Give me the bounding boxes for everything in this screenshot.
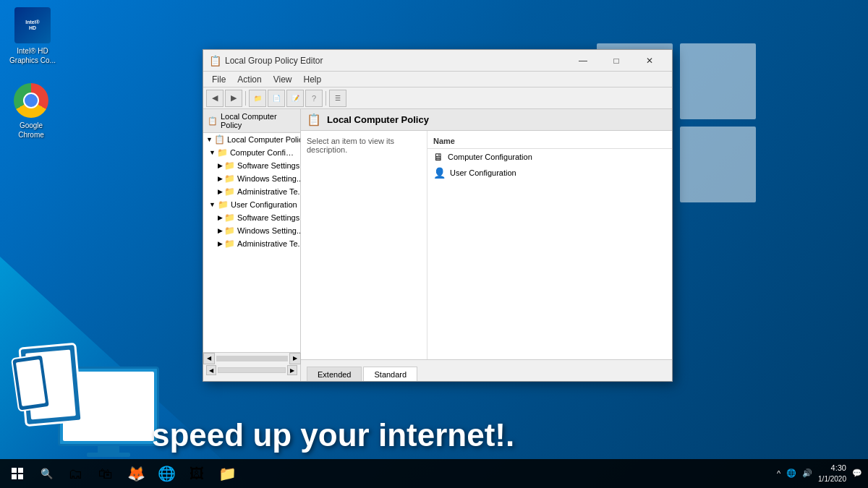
detail-row-icon-comp: 🖥 <box>433 151 443 163</box>
menu-action[interactable]: Action <box>231 73 267 86</box>
toolbar: ◀ ▶ 📁 📄 📝 ? ☰ <box>203 87 672 109</box>
intel-icon-img: Intel®HD <box>14 7 51 43</box>
chrome-label: Google Chrome <box>6 121 56 140</box>
taskbar-icon-folder[interactable]: 📁 <box>213 459 242 488</box>
detail-row-comp-config[interactable]: 🖥 Computer Configuration <box>427 149 672 165</box>
tree-arrow-comp: ▼ <box>209 149 216 156</box>
tree-scroll-right[interactable]: ▶ <box>289 353 301 360</box>
taskbar-search[interactable]: 🔍 <box>35 459 58 488</box>
window-titlebar: 📋 Local Group Policy Editor — □ ✕ <box>203 50 672 72</box>
window-title: Local Group Policy Editor <box>225 56 566 66</box>
menu-file[interactable]: File <box>206 73 231 86</box>
close-button[interactable]: ✕ <box>633 50 666 72</box>
tree-arrow-ws2: ▶ <box>218 227 223 234</box>
tree-arrow-at2: ▶ <box>218 240 223 247</box>
tree-label-at1: Administrative Te... <box>237 187 300 196</box>
toolbar-up[interactable]: 📁 <box>249 90 266 107</box>
tree-label-ws2: Windows Setting... <box>237 226 300 235</box>
window-controls: — □ ✕ <box>566 50 666 72</box>
tree-item-root[interactable]: ▼ 📋 Local Computer Policy <box>203 133 300 146</box>
hscroll-right[interactable]: ▶ <box>287 365 297 375</box>
tree-folder-comp: 📁 <box>217 147 228 158</box>
taskbar-pinned: 🗂 🛍 🦊 🌐 🖼 📁 <box>58 459 242 488</box>
taskbar-icon-chrome[interactable]: 🌐 <box>152 459 181 488</box>
tab-standard[interactable]: Standard <box>363 367 417 381</box>
tree-arrow-ws: ▶ <box>218 175 223 182</box>
tree-item-sw-settings[interactable]: ▶ 📁 Software Settings <box>203 159 300 172</box>
detail-description: Select an item to view its description. <box>301 131 427 359</box>
desktop-icon-intel[interactable]: Intel®HD Intel® HD Graphics Co... <box>7 7 58 65</box>
maximize-button[interactable]: □ <box>600 50 633 72</box>
toolbar-btn4[interactable]: ? <box>305 90 323 107</box>
toolbar-btn3[interactable]: 📝 <box>286 90 304 107</box>
tree-folder-root: 📋 <box>214 134 225 145</box>
tree-item-user-config[interactable]: ▼ 📁 User Configuration <box>203 198 300 211</box>
taskbar-icon-ps[interactable]: 🖼 <box>182 459 211 488</box>
chrome-icon-img <box>14 83 48 118</box>
taskbar: 🔍 🗂 🛍 🦊 🌐 🖼 📁 ^ 🌐 🔊 4:30 1/1/2020 💬 <box>0 459 868 488</box>
gpe-window: 📋 Local Group Policy Editor — □ ✕ File A… <box>203 49 673 382</box>
tree-header-label: Local Computer Policy <box>221 112 296 129</box>
start-icon <box>12 468 23 479</box>
start-button[interactable] <box>0 459 35 488</box>
menu-help[interactable]: Help <box>298 73 328 86</box>
tree-folder-sw2: 📁 <box>224 213 235 223</box>
tray-clock: 4:30 1/1/2020 <box>818 463 846 484</box>
toolbar-back[interactable]: ◀ <box>206 90 224 107</box>
tree-item-comp-config[interactable]: ▼ 📁 Computer Configura... <box>203 146 300 159</box>
hscroll-left[interactable]: ◀ <box>206 365 216 375</box>
toolbar-btn2[interactable]: 📄 <box>268 90 285 107</box>
toolbar-btn5[interactable]: ☰ <box>329 90 346 107</box>
toolbar-forward[interactable]: ▶ <box>225 90 242 107</box>
window-body: 📋 Local Computer Policy ▼ 📋 Local Comput… <box>203 109 672 359</box>
tray-notification[interactable]: 💬 <box>852 468 862 478</box>
tree-header-icon: 📋 <box>208 116 218 126</box>
tree-scroll-track[interactable] <box>216 356 288 360</box>
tree-header: 📋 Local Computer Policy <box>203 109 300 133</box>
taskbar-icon-files[interactable]: 🗂 <box>61 459 90 488</box>
detail-body: Select an item to view its description. … <box>301 131 672 359</box>
tree-item-admin-te1[interactable]: ▶ 📁 Administrative Te... <box>203 185 300 198</box>
desktop: speed up your internet!. Intel®HD Intel®… <box>0 0 868 488</box>
tree-arrow-at1: ▶ <box>218 188 223 195</box>
tree-item-sw-settings2[interactable]: ▶ 📁 Software Settings <box>203 211 300 224</box>
tree-item-win-settings2[interactable]: ▶ 📁 Windows Setting... <box>203 224 300 237</box>
tree-folder-at2: 📁 <box>224 239 235 249</box>
tray-chevron[interactable]: ^ <box>777 469 780 478</box>
tree-label-root: Local Computer Policy <box>227 135 300 144</box>
hscroll-track[interactable] <box>218 367 286 373</box>
tree-label-ws: Windows Setting... <box>237 174 300 183</box>
detail-panel: 📋 Local Computer Policy Select an item t… <box>301 109 672 359</box>
detail-header-icon: 📋 <box>307 113 321 127</box>
tab-extended[interactable]: Extended <box>307 367 362 381</box>
taskbar-icon-firefox[interactable]: 🦊 <box>122 459 150 488</box>
taskbar-icon-store[interactable]: 🛍 <box>91 459 120 488</box>
detail-column-name: Name <box>427 134 672 149</box>
tree-label-comp: Computer Configura... <box>230 148 297 157</box>
tree-arrow-uc: ▼ <box>209 201 216 208</box>
tree-arrow-root: ▼ <box>206 136 213 143</box>
tabs-area: Extended Standard <box>301 367 672 381</box>
detail-list: Name 🖥 Computer Configuration 👤 User Con… <box>427 131 672 359</box>
tree-label-sw2: Software Settings <box>237 213 299 222</box>
desktop-icon-chrome[interactable]: Google Chrome <box>6 83 56 140</box>
menubar: File Action View Help <box>203 72 672 87</box>
tree-item-win-settings[interactable]: ▶ 📁 Windows Setting... <box>203 172 300 185</box>
tree-label-at2: Administrative Te... <box>237 239 300 248</box>
detail-header: 📋 Local Computer Policy <box>301 109 672 131</box>
tray-network: 🌐 <box>786 468 796 478</box>
tree-item-admin-te2[interactable]: ▶ 📁 Administrative Te... <box>203 237 300 250</box>
detail-header-title: Local Computer Policy <box>327 114 429 125</box>
toolbar-sep1 <box>245 91 246 106</box>
tree-folder-ws2: 📁 <box>224 226 235 236</box>
menu-view[interactable]: View <box>268 73 298 86</box>
tree-folder-ws: 📁 <box>224 174 235 184</box>
toolbar-sep2 <box>326 91 326 106</box>
speed-text: speed up your internet!. <box>152 417 861 453</box>
detail-row-label-comp: Computer Configuration <box>448 153 532 161</box>
tree-scroll-left[interactable]: ◀ <box>203 353 215 360</box>
system-tray: ^ 🌐 🔊 4:30 1/1/2020 💬 <box>777 463 868 484</box>
tree-hscroll-inner: ◀ ▶ <box>206 365 297 375</box>
minimize-button[interactable]: — <box>566 50 600 72</box>
detail-row-user-config[interactable]: 👤 User Configuration <box>427 165 672 181</box>
